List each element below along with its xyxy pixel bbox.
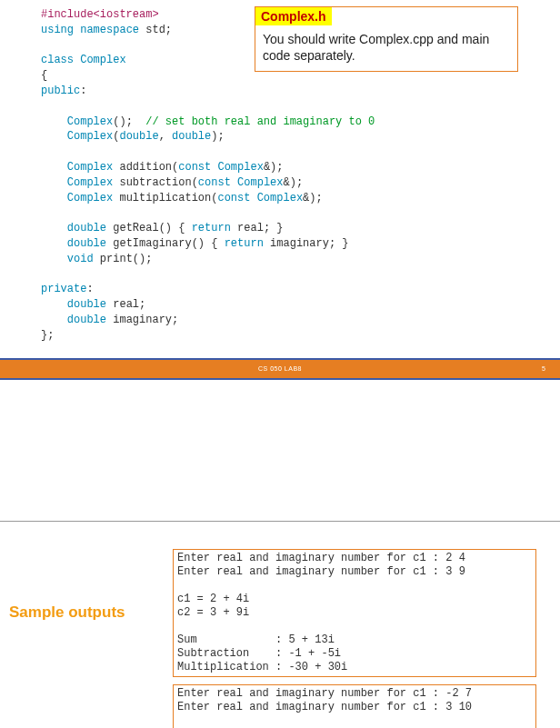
code-token: double [67,298,106,311]
code-token: &); [303,192,323,204]
code-token: double [172,130,211,143]
code-token: double [67,314,106,326]
code-token: Complex [67,115,113,128]
code-token: return [192,222,231,234]
footer-bar: CS 050 LAB8 5 [0,358,560,380]
code-token: (); [113,115,133,128]
code-token: }; [41,329,54,342]
code-token: Complex [67,192,113,204]
code-token: Complex [217,161,263,174]
code-token: Complex [80,54,125,66]
footer-bar-page: 5 [542,365,545,372]
sample-outputs-label: Sample outputs [9,603,125,622]
code-token: &); [284,176,304,189]
code-token: return [225,237,264,250]
code-token: &); [264,161,284,174]
code-token: double [67,237,106,250]
code-token: Complex [257,192,303,204]
code-token: real; [106,298,145,311]
code-token: public [41,85,80,97]
code-token: imaginary; } [264,237,349,250]
code-token: subtraction( [113,176,198,189]
code-token: , [159,130,165,143]
code-token: const [217,192,250,204]
footer-bar-text: CS 050 LAB8 [258,365,302,372]
code-token: Complex [67,130,113,143]
code-token: const [198,176,231,189]
code-token: const [178,161,211,174]
code-token: double [67,222,106,234]
callout-box: Complex.h You should write Complex.cpp a… [255,6,518,72]
code-token: namespace [80,24,139,36]
code-token: using [41,24,74,36]
code-token: #include [41,8,94,21]
code-token: <iostream> [94,8,159,21]
code-token: { [41,69,47,82]
output-box-1: Enter real and imaginary number for c1 :… [173,549,536,677]
code-token: print(); [94,253,153,265]
spacer [0,380,560,521]
code-token: ); [211,130,224,143]
callout-body: You should write Complex.cpp and main co… [255,25,517,71]
code-token: ; [165,24,172,36]
code-token: getReal() { [106,222,192,234]
code-token: void [67,253,94,265]
code-token: Complex [67,176,113,189]
code-token: multiplication( [113,192,217,204]
code-token: getImaginary() { [106,237,225,250]
output-box-2: Enter real and imaginary number for c1 :… [173,684,536,728]
code-token: std [145,24,165,36]
code-token: real; } [231,222,284,234]
code-token: private [41,283,86,295]
callout-title: Complex.h [255,7,332,25]
code-token: class [41,54,74,66]
code-token: imaginary; [106,314,178,326]
code-token: : [86,283,93,295]
code-token: Complex [237,176,283,189]
sample-outputs-section: Sample outputs Enter real and imaginary … [0,522,560,728]
code-token: : [80,85,86,97]
code-token: addition( [113,161,178,174]
code-token: // set both real and imaginary to 0 [133,115,375,128]
code-token: double [119,130,158,143]
code-token: Complex [67,161,113,174]
